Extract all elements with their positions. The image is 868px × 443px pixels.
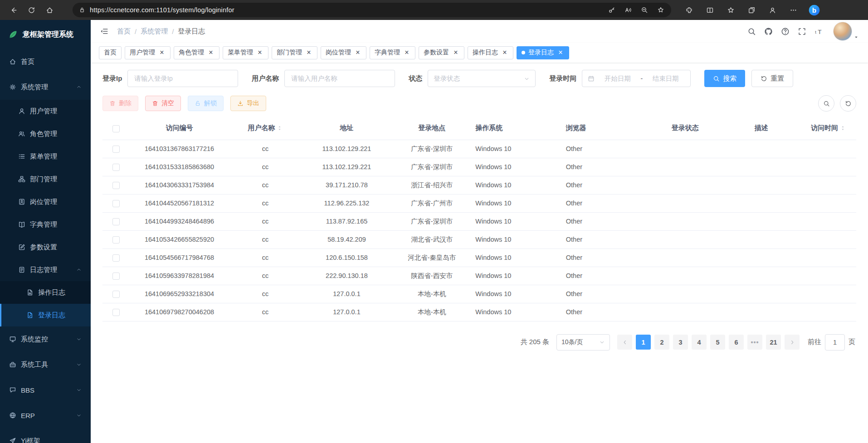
ssl-lock-icon[interactable]: [79, 7, 85, 13]
column-header-2[interactable]: 用户名称: [229, 117, 302, 140]
close-icon[interactable]: ×: [403, 49, 410, 56]
row-checkbox[interactable]: [112, 182, 120, 189]
breadcrumb-item[interactable]: 首页: [117, 27, 131, 36]
github-icon[interactable]: [764, 27, 773, 36]
extensions-icon[interactable]: [680, 2, 697, 18]
tab-operation-log[interactable]: 操作日志×: [468, 46, 513, 59]
bing-icon[interactable]: b: [805, 2, 823, 18]
sidebar-item-parameter-settings[interactable]: 参数设置: [0, 236, 91, 258]
username-input[interactable]: [284, 70, 395, 87]
sidebar-item-post-management[interactable]: 岗位管理: [0, 190, 91, 213]
tab-parameter-settings[interactable]: 参数设置×: [419, 46, 464, 59]
export-button[interactable]: 导出: [230, 96, 266, 111]
sidebar-item-system-management[interactable]: 系统管理: [0, 74, 91, 100]
row-checkbox[interactable]: [112, 200, 120, 207]
read-aloud-icon[interactable]: [620, 4, 636, 16]
login-ip-input[interactable]: [127, 70, 238, 87]
row-checkbox[interactable]: [112, 254, 120, 262]
select-all-checkbox[interactable]: [112, 125, 120, 132]
page-button-5[interactable]: 5: [710, 335, 725, 350]
tab-menu-management[interactable]: 菜单管理×: [223, 46, 268, 59]
sidebar-item-user-management[interactable]: 用户管理: [0, 100, 91, 122]
sidebar-item-role-management[interactable]: 角色管理: [0, 122, 91, 145]
page-button-3[interactable]: 3: [673, 335, 688, 350]
page-button-2[interactable]: 2: [654, 335, 669, 350]
sidebar-item-log-management[interactable]: 日志管理: [0, 258, 91, 281]
sidebar-item-dictionary-management[interactable]: 字典管理: [0, 213, 91, 236]
status-select[interactable]: 登录状态: [428, 70, 536, 87]
row-checkbox[interactable]: [112, 309, 120, 316]
search-button[interactable]: [818, 95, 834, 112]
back-icon[interactable]: [5, 2, 22, 18]
close-icon[interactable]: ×: [557, 49, 564, 56]
goto-page-input[interactable]: [825, 334, 845, 351]
clear-button[interactable]: 清空: [145, 96, 181, 111]
close-icon[interactable]: ×: [501, 49, 508, 56]
avatar[interactable]: [833, 22, 852, 41]
prev-page-button[interactable]: [617, 335, 632, 350]
row-checkbox[interactable]: [112, 164, 120, 171]
row-checkbox[interactable]: [112, 146, 120, 153]
sort-icon[interactable]: [277, 125, 283, 131]
close-icon[interactable]: ×: [256, 49, 263, 56]
zoom-out-icon[interactable]: [637, 4, 652, 16]
reset-button[interactable]: 重置: [751, 70, 793, 87]
delete-button[interactable]: 删除: [102, 96, 138, 111]
profile-icon[interactable]: [764, 2, 781, 18]
sidebar-item-operation-log[interactable]: 操作日志: [0, 281, 91, 304]
menu-fold-icon[interactable]: [100, 27, 109, 36]
search-button[interactable]: 搜索: [704, 70, 745, 87]
page-button-21[interactable]: 21: [766, 335, 781, 350]
sidebar-item-home[interactable]: 首页: [0, 49, 91, 74]
font-size-icon[interactable]: tT: [814, 27, 823, 36]
sidebar-item-department-management[interactable]: 部门管理: [0, 168, 91, 190]
close-icon[interactable]: ×: [158, 49, 166, 56]
sidebar-item-bbs[interactable]: BBS: [0, 377, 91, 403]
favorites-icon[interactable]: [722, 2, 739, 18]
sidebar-item-system-monitoring[interactable]: 系统监控: [0, 326, 91, 352]
split-screen-icon[interactable]: [701, 2, 718, 18]
url-text[interactable]: https://ccnetcore.com:1101/system/log/lo…: [90, 6, 600, 14]
key-icon[interactable]: [604, 4, 619, 16]
sidebar-item-yi-framework[interactable]: Yi框架: [0, 428, 91, 443]
page-size-select[interactable]: 10条/页: [556, 334, 610, 351]
home-icon[interactable]: [41, 2, 58, 18]
column-header-9[interactable]: 访问时间: [800, 117, 856, 140]
sidebar-item-system-tools[interactable]: 系统工具: [0, 352, 91, 377]
ellipsis-icon[interactable]: [785, 2, 802, 18]
tab-post-management[interactable]: 岗位管理×: [321, 46, 366, 59]
tab-dictionary-management[interactable]: 字典管理×: [370, 46, 415, 59]
favorites-add-icon[interactable]: [653, 4, 668, 16]
sort-icon[interactable]: [840, 125, 846, 131]
date-start-placeholder[interactable]: 开始日期: [598, 74, 637, 83]
row-checkbox[interactable]: [112, 291, 120, 298]
tab-login-log[interactable]: 登录日志×: [517, 46, 569, 59]
date-end-placeholder[interactable]: 结束日期: [646, 74, 685, 83]
reload-icon[interactable]: [23, 2, 40, 18]
close-icon[interactable]: ×: [305, 49, 312, 56]
unlock-button[interactable]: 解锁: [188, 96, 224, 111]
close-icon[interactable]: ×: [354, 49, 361, 56]
user-menu[interactable]: [833, 22, 859, 41]
login-time-range-picker[interactable]: 开始日期 - 结束日期: [582, 70, 691, 87]
breadcrumb-item[interactable]: 系统管理: [141, 27, 168, 36]
close-icon[interactable]: ×: [207, 49, 215, 56]
tab-user-management[interactable]: 用户管理×: [125, 46, 171, 59]
more-pages-button[interactable]: •••: [747, 335, 762, 350]
sidebar-item-erp[interactable]: ERP: [0, 403, 91, 428]
row-checkbox[interactable]: [112, 236, 120, 243]
question-icon[interactable]: [781, 27, 790, 36]
address-bar[interactable]: https://ccnetcore.com:1101/system/log/lo…: [73, 3, 671, 17]
next-page-button[interactable]: [785, 335, 800, 350]
page-button-4[interactable]: 4: [692, 335, 707, 350]
tab-role-management[interactable]: 角色管理×: [174, 46, 219, 59]
refresh-button[interactable]: [840, 95, 856, 112]
collections-icon[interactable]: [743, 2, 760, 18]
sidebar-item-login-log[interactable]: 登录日志: [0, 304, 91, 326]
fullscreen-icon[interactable]: [798, 27, 806, 36]
page-button-1[interactable]: 1: [636, 335, 651, 350]
page-button-6[interactable]: 6: [729, 335, 744, 350]
row-checkbox[interactable]: [112, 273, 120, 280]
tab-home[interactable]: 首页: [99, 46, 122, 59]
row-checkbox[interactable]: [112, 218, 120, 225]
